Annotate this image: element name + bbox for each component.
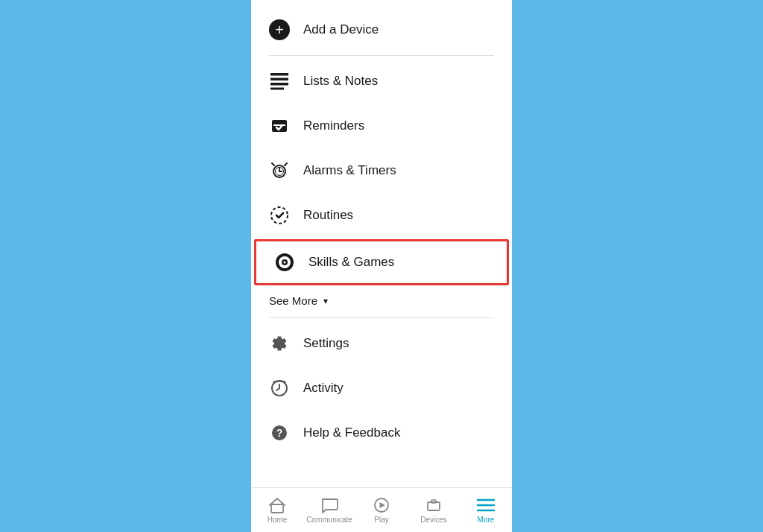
help-feedback-label: Help & Feedback [303, 425, 400, 440]
nav-home[interactable]: Home [251, 488, 303, 532]
lists-notes-item[interactable]: Lists & Notes [251, 59, 512, 104]
home-icon [269, 497, 285, 513]
skills-games-icon [274, 252, 295, 273]
play-icon [373, 497, 390, 513]
communicate-icon [321, 497, 338, 513]
add-device-item[interactable]: + Add a Device [251, 7, 512, 52]
routines-label: Routines [303, 208, 353, 223]
alarms-timers-icon [269, 160, 290, 181]
add-device-icon: + [269, 19, 290, 40]
svg-rect-19 [271, 504, 283, 513]
activity-item[interactable]: Activity [251, 366, 512, 411]
see-more-item[interactable]: See More ▾ [251, 287, 512, 314]
settings-icon [269, 333, 290, 354]
more-icon [478, 497, 494, 513]
svg-marker-21 [380, 502, 386, 508]
skills-games-item[interactable]: Skills & Games [254, 239, 509, 285]
nav-home-label: Home [267, 516, 288, 524]
nav-communicate-label: Communicate [306, 516, 352, 524]
add-device-label: Add a Device [303, 22, 379, 37]
chevron-down-icon: ▾ [323, 296, 328, 306]
svg-rect-5 [273, 124, 285, 126]
bottom-nav: Home Communicate Play [251, 487, 512, 532]
nav-more[interactable]: More [460, 488, 512, 532]
reminders-icon [269, 115, 290, 136]
svg-text:?: ? [276, 427, 283, 439]
skills-games-label: Skills & Games [308, 255, 394, 270]
svg-rect-23 [431, 500, 436, 503]
svg-rect-3 [270, 88, 284, 90]
menu-content: + Add a Device Lists & Notes [251, 0, 512, 487]
nav-more-label: More [478, 516, 495, 524]
svg-rect-0 [270, 73, 288, 76]
nav-communicate[interactable]: Communicate [303, 488, 355, 532]
divider-2 [269, 317, 494, 318]
lists-notes-label: Lists & Notes [303, 74, 378, 89]
settings-label: Settings [303, 336, 349, 351]
nav-play[interactable]: Play [355, 488, 408, 532]
see-more-label: See More [269, 294, 317, 307]
routines-icon [269, 205, 290, 226]
help-feedback-icon: ? [269, 422, 290, 443]
nav-devices[interactable]: Devices [408, 488, 460, 532]
lists-notes-icon [269, 71, 290, 92]
svg-rect-1 [270, 78, 288, 81]
svg-point-11 [271, 207, 288, 224]
routines-item[interactable]: Routines [251, 193, 512, 238]
settings-item[interactable]: Settings [251, 321, 512, 366]
reminders-label: Reminders [303, 118, 364, 133]
svg-point-15 [284, 262, 286, 264]
nav-devices-label: Devices [420, 516, 447, 524]
devices-icon [425, 497, 442, 513]
activity-label: Activity [303, 381, 343, 396]
divider-1 [269, 55, 494, 56]
nav-play-label: Play [374, 516, 388, 524]
app-container: + Add a Device Lists & Notes [251, 0, 512, 532]
reminders-item[interactable]: Reminders [251, 104, 512, 148]
help-feedback-item[interactable]: ? Help & Feedback [251, 411, 512, 455]
activity-icon [269, 378, 290, 399]
alarms-timers-label: Alarms & Timers [303, 163, 396, 178]
svg-rect-2 [270, 83, 288, 86]
alarms-timers-item[interactable]: Alarms & Timers [251, 148, 512, 193]
